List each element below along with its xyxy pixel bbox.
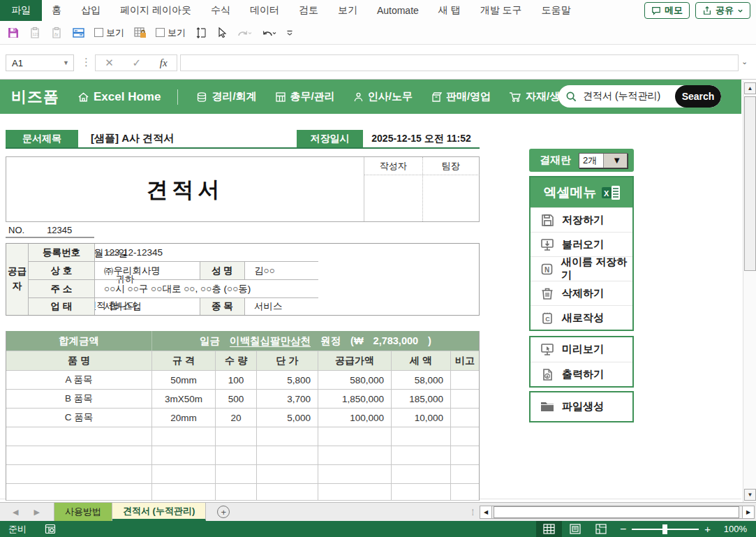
horizontal-scrollbar[interactable]: ◀ ▶ <box>480 505 755 519</box>
scroll-right-icon[interactable]: ▶ <box>742 506 755 519</box>
dropdown-arrow-icon[interactable]: ▼ <box>603 154 628 168</box>
row-height-icon[interactable] <box>195 27 207 39</box>
bizforms-logo[interactable]: 비즈폼 <box>11 87 59 108</box>
page-layout-view-icon[interactable] <box>562 521 588 537</box>
biz-item-value[interactable]: 서비스 <box>245 298 318 315</box>
ribbon-tab-automate[interactable]: Automate <box>367 0 429 21</box>
checkbox-icon[interactable] <box>94 28 103 37</box>
checkbox-icon[interactable] <box>156 28 165 37</box>
share-button[interactable]: 공유 <box>695 2 750 19</box>
normal-view-icon[interactable] <box>536 521 562 537</box>
table-row-empty[interactable] <box>6 427 479 446</box>
header-spec: 규 격 <box>152 351 216 370</box>
saved-at-value: 2025-12-15 오전 11:52 <box>363 130 480 147</box>
ribbon-tab-home[interactable]: 홈 <box>42 0 71 21</box>
ribbon-tab-help[interactable]: 도움말 <box>532 0 581 21</box>
search-button[interactable]: Search <box>675 85 721 108</box>
ribbon-tab-review[interactable]: 검토 <box>289 0 328 21</box>
scroll-down-icon[interactable]: ▼ <box>744 489 756 501</box>
insert-function-icon[interactable]: fx <box>160 57 168 69</box>
company-value[interactable]: ㈜우리회사명 <box>95 262 200 280</box>
ribbon-tab-insert[interactable]: 삽입 <box>71 0 110 21</box>
nav-accounting[interactable]: 경리/회계 <box>196 90 256 103</box>
delete-menu-button[interactable]: 삭제하기 <box>531 281 632 305</box>
scroll-left-icon[interactable]: ◀ <box>480 506 492 519</box>
page-break-view-icon[interactable] <box>588 521 614 537</box>
scroll-up-icon[interactable]: ▲ <box>744 82 756 94</box>
zoom-slider[interactable] <box>632 529 699 530</box>
nav-admin[interactable]: 총무/관리 <box>275 90 335 103</box>
sheet-tab-usage[interactable]: 사용방법 <box>54 503 112 521</box>
no-value[interactable]: 12345 <box>47 225 72 237</box>
redo-icon[interactable] <box>237 27 252 38</box>
ribbon-tab-file[interactable]: 파일 <box>0 0 42 21</box>
sheet-nav-right-icon[interactable]: ▶ <box>34 508 39 517</box>
nav-hr[interactable]: 인사/노무 <box>353 90 413 103</box>
name-box-dropdown-icon[interactable]: ▼ <box>63 59 69 66</box>
select-cursor-icon[interactable] <box>216 27 228 38</box>
vertical-scrollbar[interactable]: ▲ ▼ <box>743 81 756 502</box>
protect-sheet-icon[interactable] <box>133 27 147 39</box>
table-row-empty[interactable] <box>6 483 479 500</box>
zoom-in-icon[interactable]: + <box>704 523 711 535</box>
ribbon-tab-view[interactable]: 보기 <box>328 0 367 21</box>
new-document-menu-button[interactable]: C 새로작성 <box>531 305 632 330</box>
table-row[interactable]: C 품목 20mm 20 5,000 100,000 10,000 <box>6 408 479 427</box>
biz-type-value[interactable]: 서비스업 <box>95 298 200 315</box>
name-box[interactable]: A1 ▼ <box>6 54 74 71</box>
ribbon-tab-data[interactable]: 데이터 <box>240 0 289 21</box>
save-icon[interactable] <box>7 27 20 39</box>
amount-in-korean[interactable]: 이백칠십팔만삼천 <box>230 334 311 348</box>
address-value[interactable]: ○○시 ○○구 ○○대로 ○○, ○○층 (○○동) <box>95 280 318 298</box>
formula-bar-expand-icon[interactable]: ⌄ <box>741 57 748 66</box>
sheet-tab-quote[interactable]: 견적서 (누적관리) <box>112 503 206 521</box>
paste-values-icon[interactable]: 123 <box>29 27 41 39</box>
table-row[interactable]: B 품목 3mX50m 500 3,700 1,850,000 185,000 <box>6 389 479 408</box>
table-row[interactable]: A 품목 50mm 100 5,800 580,000 58,000 <box>6 370 479 389</box>
view-toggle-2[interactable]: 보기 <box>156 27 186 39</box>
ilgum-label: 일금 <box>200 334 220 348</box>
reg-number-value[interactable]: 123-12-12345 <box>95 244 318 262</box>
excel-window: 파일 홈 삽입 페이지 레이아웃 수식 데이터 검토 보기 Automate 새… <box>0 0 756 537</box>
formula-input[interactable] <box>180 54 739 71</box>
preview-menu-button[interactable]: 미리보기 <box>531 337 632 362</box>
search-icon[interactable] <box>565 91 577 103</box>
nav-excel-home[interactable]: Excel Home <box>77 90 161 104</box>
horizontal-scroll-thumb[interactable] <box>494 506 739 518</box>
table-row-empty[interactable] <box>6 464 479 483</box>
ribbon-tab-page-layout[interactable]: 페이지 레이아웃 <box>110 0 201 21</box>
save-as-menu-button[interactable]: N 새이름 저장하기 <box>531 256 632 281</box>
vertical-scroll-thumb[interactable] <box>744 96 756 271</box>
save-menu-button[interactable]: 저장하기 <box>531 207 632 232</box>
search-input[interactable]: 견적서 (누적관리) <box>577 90 675 103</box>
customize-toolbar-icon[interactable] <box>286 29 294 37</box>
zoom-out-icon[interactable]: − <box>620 523 626 536</box>
load-menu-button[interactable]: 불러오기 <box>531 232 632 256</box>
add-sheet-icon[interactable]: + <box>217 506 230 518</box>
ceo-name-value[interactable]: 김○○ <box>245 262 318 280</box>
zoom-slider-thumb[interactable] <box>662 524 667 534</box>
save-as-n-icon: N <box>540 262 554 276</box>
create-file-menu-button[interactable]: 파일생성 <box>531 392 632 421</box>
freeze-panes-icon[interactable] <box>72 27 85 39</box>
chevron-down-icon <box>737 8 743 14</box>
macro-record-icon[interactable] <box>45 524 56 534</box>
undo-icon[interactable] <box>261 27 276 38</box>
nav-sales[interactable]: 판매/영업 <box>431 90 491 103</box>
print-page-icon <box>540 367 554 381</box>
paste-formulas-icon[interactable]: fx <box>50 27 63 39</box>
ribbon-tab-new[interactable]: 새 탭 <box>429 0 470 21</box>
approval-dropdown[interactable]: 2개 ▼ <box>579 153 628 168</box>
view-toggle-1[interactable]: 보기 <box>94 27 124 39</box>
print-menu-button[interactable]: 출력하기 <box>531 362 632 386</box>
sheet-nav-left-icon[interactable]: ◀ <box>13 508 18 517</box>
zoom-level[interactable]: 100% <box>716 524 747 534</box>
ribbon-tab-formulas[interactable]: 수식 <box>201 0 240 21</box>
comments-button[interactable]: 메모 <box>644 2 690 19</box>
doc-title-value[interactable]: [샘플] A사 견적서 <box>78 130 297 147</box>
ribbon-tab-developer[interactable]: 개발 도구 <box>470 0 532 21</box>
enter-icon[interactable]: ✓ <box>133 57 142 69</box>
cancel-icon[interactable]: ✕ <box>105 57 114 69</box>
total-amount-row: 합계금액 일금 이백칠십팔만삼천 원정 (₩ 2,783,000 ) <box>6 331 479 351</box>
table-row-empty[interactable] <box>6 446 479 464</box>
